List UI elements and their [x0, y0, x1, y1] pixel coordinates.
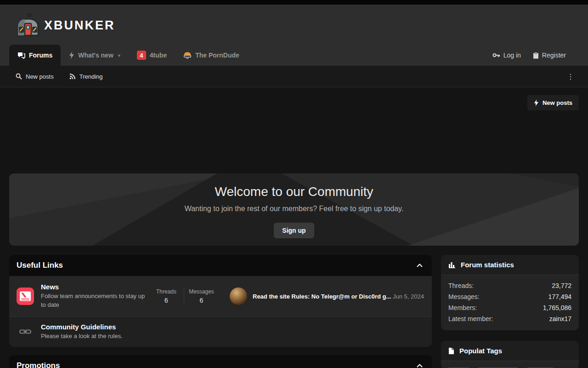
tab-4tube-label: 4tube [150, 52, 167, 59]
sidebar: Forum statistics Threads: 23,772 Message… [441, 255, 579, 368]
tab-4tube[interactable]: 4 4tube [129, 45, 175, 66]
top-strip [0, 0, 588, 5]
subnav-trending[interactable]: Trending [69, 73, 103, 80]
subnav-new-posts-label: New posts [26, 73, 54, 80]
stat-row-members: Members: 1,765,086 [448, 302, 571, 313]
sub-nav: New posts Trending ⋮ [0, 66, 588, 87]
welcome-subtitle: Wanting to join the rest of our members?… [9, 205, 579, 213]
chevron-up-icon[interactable] [417, 364, 423, 368]
nav-spacer [248, 45, 492, 66]
stat-row-latest-member: Latest member: zainx17 [448, 313, 571, 324]
main-content: New posts Welcome to our Community Wanti… [0, 95, 588, 368]
tab-whats-new-label: What's new [78, 52, 113, 59]
bar-chart-icon [448, 262, 456, 268]
stat-label: Threads: [448, 280, 474, 291]
register-link[interactable]: Register [533, 52, 566, 59]
stat-threads-label: Threads [149, 288, 184, 295]
latest-post-meta: Jun 5, 2024 · ... [393, 293, 424, 300]
stat-messages-label: Messages [184, 288, 219, 295]
stat-label: Latest member: [448, 313, 493, 324]
popular-tags-panel: Populat Tags [441, 341, 579, 368]
register-icon [533, 52, 539, 59]
promotions-title: Promotions [17, 361, 417, 368]
auth-links: Log in Register [492, 45, 579, 66]
forum-statistics-title: Forum statistics [461, 261, 514, 269]
new-posts-button[interactable]: New posts [527, 95, 579, 110]
popular-tags-title: Populat Tags [459, 347, 502, 355]
forum-statistics-header: Forum statistics [441, 255, 579, 275]
column-main: Useful Links [9, 255, 432, 368]
overflow-menu-icon[interactable]: ⋮ [564, 70, 577, 83]
login-label: Log in [503, 52, 521, 59]
node-news-latest: Read the site Rules: No Telegr@m or Disc… [230, 288, 424, 305]
new-posts-button-label: New posts [543, 99, 572, 106]
node-news-title[interactable]: News [41, 283, 149, 291]
forum-homepage: XBUNKER Forums What's new [0, 0, 588, 368]
useful-links-header[interactable]: Useful Links [9, 255, 432, 276]
bunker-logo-icon[interactable] [16, 13, 40, 37]
site-header: XBUNKER Forums What's new [0, 5, 588, 66]
toolbar: New posts [9, 95, 579, 110]
forum-statistics-panel: Forum statistics Threads: 23,772 Message… [441, 255, 579, 330]
signup-button[interactable]: Sign up [274, 223, 314, 238]
avatar[interactable] [230, 288, 247, 305]
forum-statistics-body: Threads: 23,772 Messages: 177,494 Member… [441, 275, 579, 330]
rss-icon [69, 73, 76, 80]
key-icon [492, 52, 500, 58]
node-news-info: News Follow team announcements to stay u… [41, 283, 149, 310]
node-row-guidelines[interactable]: Community Guidelines Please take a look … [9, 316, 432, 347]
latest-post-title[interactable]: Read the site Rules: No Telegr@m or Disc… [253, 293, 391, 300]
tab-porndude[interactable]: The PornDude [175, 45, 248, 66]
stat-label: Messages: [448, 291, 480, 302]
stat-messages-value: 6 [184, 297, 219, 304]
login-link[interactable]: Log in [492, 52, 521, 59]
register-label: Register [542, 52, 566, 59]
4tube-icon: 4 [137, 51, 146, 60]
promotions-header[interactable]: Promotions [9, 355, 432, 368]
welcome-banner: Welcome to our Community Wanting to join… [9, 173, 579, 246]
node-guidelines-description: Please take a look at the rules. [41, 332, 149, 341]
popular-tags-header: Populat Tags [441, 341, 579, 361]
porndude-icon [183, 52, 192, 59]
chevron-down-icon: ▾ [118, 53, 120, 58]
node-news-description: Follow team announcements to stay up to … [41, 292, 149, 310]
brand-name[interactable]: XBUNKER [44, 18, 115, 33]
subnav-new-posts[interactable]: New posts [16, 73, 54, 80]
node-guidelines-title[interactable]: Community Guidelines [41, 323, 149, 331]
stat-messages: Messages 6 [184, 288, 219, 305]
content-columns: Useful Links [9, 255, 579, 368]
tab-forums[interactable]: Forums [9, 45, 61, 66]
tab-forums-label: Forums [29, 52, 52, 59]
stat-value: 1,765,086 [543, 302, 571, 313]
stat-threads-value: 6 [149, 297, 184, 304]
tab-porndude-label: The PornDude [195, 52, 239, 59]
bolt-icon [534, 99, 539, 106]
main-nav: Forums What's new ▾ 4 4tube [0, 45, 588, 66]
banner-content: Welcome to our Community Wanting to join… [9, 173, 579, 238]
stat-value: 177,494 [548, 291, 571, 302]
stat-threads: Threads 6 [149, 288, 184, 305]
popular-tags-body-clipped [441, 361, 579, 368]
stat-row-messages: Messages: 177,494 [448, 291, 571, 302]
node-guidelines-info: Community Guidelines Please take a look … [41, 323, 149, 341]
latest-member-link[interactable]: zainx17 [549, 313, 571, 324]
stat-value: 23,772 [552, 280, 571, 291]
tab-whats-new[interactable]: What's new ▾ [61, 45, 128, 66]
bolt-icon [69, 52, 74, 59]
stat-row-threads: Threads: 23,772 [448, 280, 571, 291]
chevron-up-icon[interactable] [417, 264, 423, 267]
brand-row: XBUNKER [0, 5, 588, 45]
node-news-stats: Threads 6 Messages 6 [149, 288, 219, 305]
forums-icon [17, 52, 25, 59]
welcome-title: Welcome to our Community [9, 184, 579, 199]
file-icon [448, 347, 454, 355]
news-icon [17, 288, 34, 305]
node-row-news[interactable]: News Follow team announcements to stay u… [9, 276, 432, 316]
latest-post-text: Read the site Rules: No Telegr@m or Disc… [253, 293, 424, 300]
stat-label: Members: [448, 302, 477, 313]
link-icon [17, 323, 34, 340]
useful-links-panel: Useful Links [9, 255, 432, 347]
search-icon [16, 73, 22, 80]
useful-links-title: Useful Links [17, 261, 417, 270]
subnav-trending-label: Trending [79, 73, 103, 80]
